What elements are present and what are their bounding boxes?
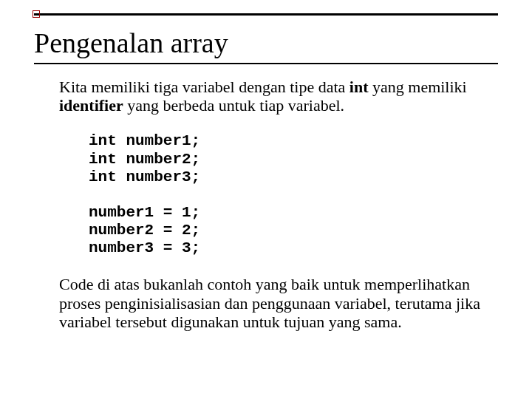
- closing-paragraph: Code di atas bukanlah contoh yang baik u…: [59, 275, 485, 331]
- code-block-assignments: number1 = 1; number2 = 2; number3 = 3;: [89, 204, 485, 257]
- slide: Pengenalan array Kita memiliki tiga vari…: [0, 0, 532, 349]
- slide-body: Kita memiliki tiga variabel dengan tipe …: [59, 78, 485, 331]
- slide-title: Pengenalan array: [34, 29, 514, 58]
- code-block-declarations: int number1; int number2; int number3;: [89, 132, 485, 185]
- top-rule: [34, 13, 498, 16]
- intro-bold-identifier: identifier: [59, 96, 123, 115]
- title-rule: [34, 63, 498, 64]
- intro-text-1: Kita memiliki tiga variabel dengan tipe …: [59, 78, 349, 96]
- intro-text-2: yang memiliki: [369, 78, 467, 96]
- intro-bold-int: int: [349, 78, 369, 96]
- intro-text-3: yang berbeda untuk tiap variabel.: [123, 96, 344, 115]
- intro-paragraph: Kita memiliki tiga variabel dengan tipe …: [59, 78, 485, 115]
